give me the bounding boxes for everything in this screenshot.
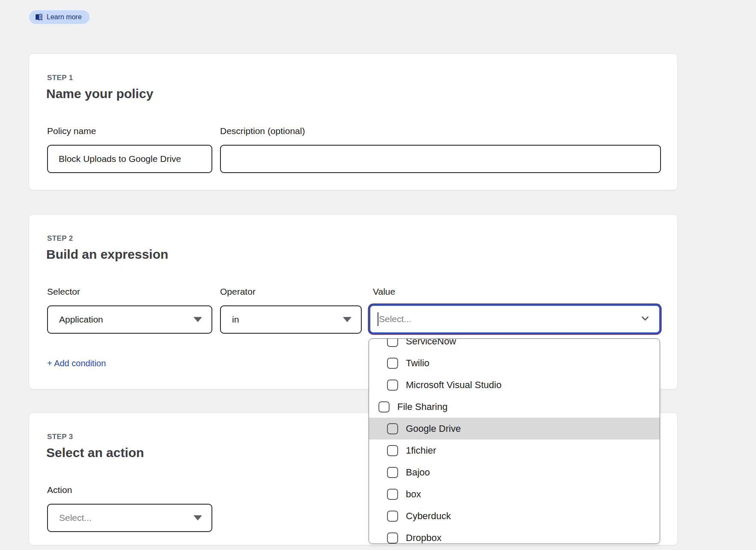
checkbox[interactable]: [387, 423, 398, 434]
dropdown-option-file-sharing[interactable]: File Sharing: [369, 396, 660, 418]
value-select[interactable]: [369, 304, 661, 334]
checkbox[interactable]: [387, 532, 398, 544]
checkbox[interactable]: [387, 445, 398, 456]
application-option-list: ServiceNow Twilio Microsoft Visual Studi…: [369, 338, 660, 544]
checkbox[interactable]: [387, 511, 398, 522]
checkbox[interactable]: [387, 467, 398, 478]
checkbox[interactable]: [378, 401, 390, 412]
dropdown-option-bajoo[interactable]: Bajoo: [369, 461, 660, 483]
value-search-input[interactable]: [370, 314, 640, 324]
description-label: Description (optional): [220, 126, 661, 136]
action-placeholder: Select...: [59, 513, 92, 523]
option-label: ServiceNow: [406, 338, 456, 347]
option-label: Dropbox: [406, 532, 441, 544]
operator-label: Operator: [220, 287, 362, 297]
selector-select[interactable]: Application: [47, 305, 212, 334]
option-label: Microsoft Visual Studio: [406, 380, 501, 391]
page: Learn more STEP 1 Name your policy Polic…: [0, 0, 756, 550]
operator-select[interactable]: in: [220, 305, 362, 334]
policy-name-input[interactable]: [47, 145, 212, 173]
learn-more-button[interactable]: Learn more: [29, 10, 89, 24]
selector-value: Application: [59, 314, 103, 325]
dropdown-arrow-icon: [343, 317, 351, 322]
step1-title: Name your policy: [46, 87, 153, 101]
checkbox[interactable]: [387, 358, 398, 369]
dropdown-arrow-icon: [193, 317, 202, 322]
option-label: Google Drive: [406, 423, 461, 434]
option-label: box: [406, 489, 421, 500]
add-condition-link[interactable]: + Add condition: [47, 359, 106, 368]
selector-label: Selector: [47, 287, 212, 297]
operator-value: in: [232, 314, 239, 325]
dropdown-option-box[interactable]: box: [369, 483, 660, 505]
action-label: Action: [47, 485, 212, 495]
dropdown-arrow-icon: [193, 515, 202, 520]
checkbox[interactable]: [387, 338, 398, 347]
action-select[interactable]: Select...: [47, 504, 212, 532]
dropdown-option-google-drive[interactable]: Google Drive: [369, 418, 660, 439]
value-label: Value: [373, 287, 395, 297]
option-label: Cyberduck: [406, 511, 451, 522]
learn-more-label: Learn more: [47, 13, 82, 21]
application-dropdown: ServiceNow Twilio Microsoft Visual Studi…: [369, 338, 660, 544]
dropdown-option-microsoft-visual-studio[interactable]: Microsoft Visual Studio: [369, 374, 660, 396]
option-label: Twilio: [406, 358, 429, 369]
chevron-down-icon: [640, 313, 651, 326]
step1-card: STEP 1 Name your policy Policy name Desc…: [29, 54, 678, 190]
dropdown-option-cyberduck[interactable]: Cyberduck: [369, 505, 660, 527]
book-icon: [35, 14, 43, 21]
step2-title: Build an expression: [46, 247, 168, 262]
dropdown-option-servicenow[interactable]: ServiceNow: [369, 338, 660, 352]
dropdown-option-twilio[interactable]: Twilio: [369, 352, 660, 374]
step1-step-label: STEP 1: [47, 74, 73, 82]
option-label: 1fichier: [406, 445, 436, 456]
step3-step-label: STEP 3: [47, 433, 73, 441]
dropdown-option-1fichier[interactable]: 1fichier: [369, 439, 660, 461]
dropdown-option-dropbox[interactable]: Dropbox: [369, 527, 660, 544]
text-cursor: [378, 312, 378, 326]
step3-title: Select an action: [46, 445, 144, 460]
step2-step-label: STEP 2: [47, 234, 73, 243]
policy-name-label: Policy name: [47, 126, 212, 136]
checkbox[interactable]: [387, 489, 398, 500]
option-label: File Sharing: [397, 401, 447, 412]
option-label: Bajoo: [406, 467, 430, 478]
checkbox[interactable]: [387, 380, 398, 391]
description-input[interactable]: [220, 145, 661, 173]
